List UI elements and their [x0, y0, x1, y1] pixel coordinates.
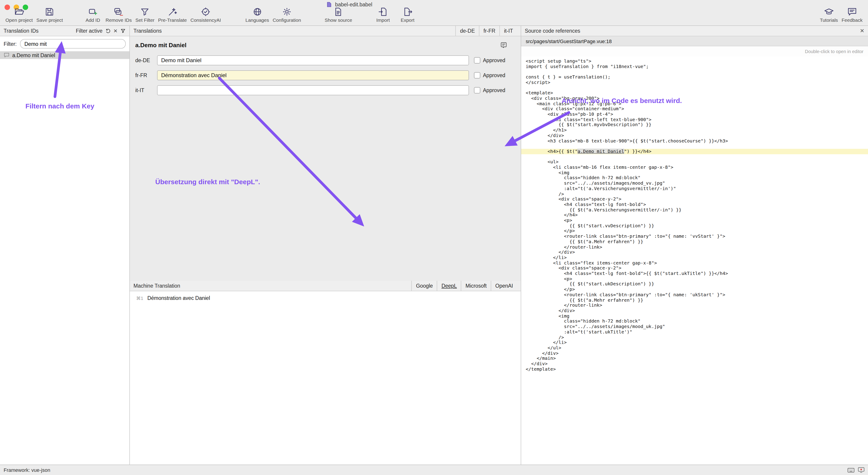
- code-line: {{ $t("a.Versicherungsvermittler/-in") }…: [526, 207, 868, 212]
- code-line: </li>: [526, 255, 868, 260]
- tab-de-DE[interactable]: de-DE: [456, 26, 479, 36]
- export-icon: [403, 6, 413, 17]
- code-line: </script>: [526, 80, 868, 85]
- code-line: <h3 class="mb-8 text-blue-900">{{ $t("st…: [526, 138, 868, 143]
- code-line: <p>: [526, 218, 868, 223]
- code-line: <div class="pb-10 pt-4">: [526, 112, 868, 117]
- translation-row-de-DE: de-DE Approved: [135, 55, 515, 65]
- gear-icon: [282, 6, 292, 17]
- code-line: <ul>: [526, 160, 868, 165]
- translation-input-it-IT[interactable]: [157, 85, 469, 95]
- translation-input-fr-FR[interactable]: [157, 70, 469, 80]
- code-listing[interactable]: <script setup lang="ts">import { useTran…: [521, 56, 868, 466]
- tutorials-icon: [824, 6, 834, 17]
- id-filter-input[interactable]: [20, 39, 126, 48]
- close-panel-icon[interactable]: ✕: [860, 28, 864, 34]
- toolbar-feedback[interactable]: Feedback: [840, 6, 864, 23]
- code-line: src="../../assets/images/mood_vv.jpg": [526, 180, 868, 186]
- filter-row: Filter:: [0, 36, 129, 51]
- approved-checkbox-de-DE[interactable]: [474, 57, 480, 64]
- code-line: </router-link>: [526, 244, 868, 249]
- toolbar-remove-ids[interactable]: Remove IDs: [104, 6, 134, 23]
- toolbar-open-project[interactable]: Open project: [4, 6, 34, 23]
- filter-label: Filter:: [4, 41, 17, 46]
- comment-note-icon[interactable]: [500, 42, 507, 48]
- current-translation-id: a.Demo mit Daniel: [135, 42, 186, 48]
- translation-input-de-DE[interactable]: [157, 55, 469, 65]
- code-line: <img: [526, 313, 868, 318]
- deepl-button[interactable]: DeepL: [437, 281, 461, 291]
- code-line: class="hidden h-72 md:block": [526, 319, 868, 324]
- add-id-icon: [88, 6, 98, 17]
- framework-label: Framework: vue-json: [4, 467, 50, 473]
- code-line: <li class="mb-16 flex items-center gap-x…: [526, 165, 868, 170]
- double-click-hint: Double-click to open in editor: [805, 49, 864, 54]
- approved-label: Approved: [483, 58, 505, 63]
- save-icon: [45, 6, 55, 17]
- highlighted-translation-key: a.Demo mit Daniel: [578, 149, 624, 154]
- toolbar-show-source[interactable]: Show source: [323, 6, 354, 23]
- source-code-references-panel: Source code references ✕ src/pages/start…: [521, 26, 868, 466]
- source-reference-row[interactable]: src/pages/start/GuestStartPage.vue:18: [521, 36, 868, 46]
- translation-row-it-IT: it-IT Approved: [135, 85, 515, 95]
- refresh-icon[interactable]: [105, 28, 111, 34]
- toolbar-import[interactable]: Import: [372, 6, 394, 23]
- toolbar-tutorials[interactable]: Tutorials: [818, 6, 840, 23]
- translation-id-label: a.Demo mit Daniel: [12, 53, 55, 58]
- translations-header: Translations de-DE fr-FR it-IT: [130, 26, 521, 36]
- toolbar-languages[interactable]: Languages: [244, 6, 271, 23]
- language-tabs: de-DE fr-FR it-IT: [456, 26, 517, 36]
- code-line: </h1>: [526, 128, 868, 133]
- mt-suggestion-row[interactable]: ⌘1 Démonstration avec Daniel: [130, 291, 521, 301]
- code-line: src="../../assets/images/mood_uk.jpg": [526, 324, 868, 329]
- toolbar-pre-translate[interactable]: Pre-Translate: [156, 6, 189, 23]
- mt-providers: Google DeepL Microsoft OpenAI: [411, 281, 517, 291]
- code-line: </template>: [526, 366, 868, 372]
- code-line: </router-link>: [526, 303, 868, 308]
- panel-title: Source code references: [525, 28, 580, 34]
- code-line: {{ $t("start.ukDescription") }}: [526, 281, 868, 287]
- toolbar-consistency-ai[interactable]: ConsistencyAI: [189, 6, 223, 23]
- translation-id-list: a.Demo mit Daniel: [0, 51, 129, 59]
- comment-bubble-icon: [4, 52, 9, 58]
- toolbar-export[interactable]: Export: [397, 6, 418, 23]
- toolbar: Open project Save project Add ID Remove …: [0, 6, 868, 23]
- approved-checkbox-it-IT[interactable]: [474, 87, 480, 94]
- funnel-icon: [140, 6, 150, 17]
- code-line: </div>: [526, 133, 868, 138]
- code-line: [526, 154, 868, 159]
- globe-icon: [252, 6, 262, 17]
- open-folder-icon: [14, 6, 24, 17]
- code-line: <main class="lg:px-12 lg:pb-6">: [526, 101, 868, 106]
- tab-it-IT[interactable]: it-IT: [499, 26, 517, 36]
- filter-active-label: Filter active: [76, 28, 102, 34]
- toolbar-configuration[interactable]: Configuration: [271, 6, 303, 23]
- toolbar-add-id[interactable]: Add ID: [82, 6, 104, 23]
- tab-fr-FR[interactable]: fr-FR: [479, 26, 499, 36]
- code-line: </li>: [526, 340, 868, 345]
- code-line: import { useTranslation } from "i18next-…: [526, 64, 868, 69]
- code-line: <script setup lang="ts">: [526, 59, 868, 64]
- code-line: {{ $t("a.Mehr erfahren") }}: [526, 297, 868, 303]
- toolbar-set-filter[interactable]: Set Filter: [134, 6, 156, 23]
- clear-filter-icon[interactable]: ✕: [114, 28, 118, 34]
- microsoft-translate-button[interactable]: Microsoft: [461, 281, 491, 291]
- openai-translate-button[interactable]: OpenAI: [491, 281, 517, 291]
- keyboard-icon[interactable]: [847, 468, 855, 473]
- window-header: babel-edit.babel Open project Save proje…: [0, 0, 868, 26]
- translation-row-fr-FR: fr-FR Approved: [135, 70, 515, 80]
- toolbar-save-project[interactable]: Save project: [34, 6, 65, 23]
- highlighted-code-line: <h4>{{ $t("a.Demo mit Daniel") }}</h4>: [521, 149, 868, 154]
- language-label: de-DE: [135, 58, 157, 63]
- filter-toggle-icon[interactable]: [120, 28, 126, 34]
- translation-id-item[interactable]: a.Demo mit Daniel: [0, 51, 129, 59]
- approved-checkbox-fr-FR[interactable]: [474, 72, 480, 78]
- panel-title: Machine Translation: [133, 283, 180, 289]
- code-line: :alt="t('start.ukTitle')": [526, 329, 868, 335]
- panel-title: Translations: [133, 28, 162, 34]
- machine-translation-area: ⌘1 Démonstration avec Daniel: [130, 291, 521, 466]
- code-line: </p>: [526, 229, 868, 234]
- google-translate-button[interactable]: Google: [411, 281, 437, 291]
- code-line: <h4 class="text-lg font-bold">{{ $t("sta…: [526, 271, 868, 276]
- screen-record-icon[interactable]: [858, 467, 864, 473]
